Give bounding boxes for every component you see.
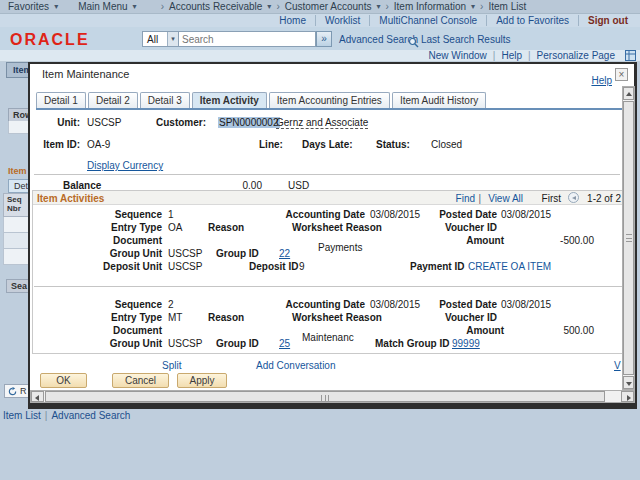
advanced-search-link[interactable]: Advanced Search xyxy=(339,34,418,45)
multichannel-console-link[interactable]: MultiChannel Console xyxy=(370,15,487,26)
dialog-title: Item Maintenance xyxy=(42,68,129,80)
page-actions-bar: New Window | Help | Personalize Page xyxy=(0,50,640,62)
search-scope-select[interactable]: All ▾ xyxy=(142,31,179,47)
group-id-label: Group ID xyxy=(216,248,259,259)
sequence-value: 2 xyxy=(168,299,174,310)
application-window: Favorites ▾ Main Menu ▾ › Accounts Recei… xyxy=(0,0,640,480)
entry-type-label: Entry Type xyxy=(70,222,162,233)
new-window-link[interactable]: New Window xyxy=(422,50,492,61)
breadcrumb-customer-accounts[interactable]: Customer Accounts xyxy=(285,1,372,12)
match-group-id-label: Match Group ID xyxy=(375,338,449,349)
posted-date-value: 03/08/2015 xyxy=(501,209,551,220)
favorites-menu[interactable]: Favorites xyxy=(8,1,49,12)
crumb-separator-icon: › xyxy=(385,1,388,12)
deposit-unit-label: Deposit Unit xyxy=(70,261,162,272)
pagination-prev-icon[interactable] xyxy=(568,192,579,203)
tab-item-activity[interactable]: Item Activity xyxy=(192,92,267,108)
sequence-label: Sequence xyxy=(70,209,162,220)
crumb-separator-icon: › xyxy=(276,1,279,12)
item-maintenance-dialog: Item Maintenance × Help Detail 1 Detail … xyxy=(28,62,637,409)
breadcrumb-item-information[interactable]: Item Information xyxy=(394,1,466,12)
home-link[interactable]: Home xyxy=(270,15,316,26)
crumb-separator-icon: › xyxy=(480,1,483,12)
divider xyxy=(34,286,623,287)
posted-date-label: Posted Date xyxy=(405,209,497,220)
posted-date-label: Posted Date xyxy=(405,299,497,310)
add-conversation-link[interactable]: Add Conversation xyxy=(256,360,336,371)
customer-name[interactable]: Gernz and Associate xyxy=(276,117,368,129)
voucher-id-label: Voucher ID xyxy=(405,222,497,233)
amount-label: Amount xyxy=(412,325,504,336)
unit-value: USCSP xyxy=(87,117,121,128)
item-id-value: OA-9 xyxy=(87,139,110,150)
help-link-dialog[interactable]: Help xyxy=(591,75,612,86)
last-search-results-link[interactable]: Last Search Results xyxy=(421,34,511,45)
tab-bar: Detail 1 Detail 2 Detail 3 Item Activity… xyxy=(36,92,622,110)
header-links-bar: Home Worklist MultiChannel Console Add t… xyxy=(0,14,640,27)
help-link[interactable]: Help xyxy=(495,50,528,61)
document-label: Document xyxy=(70,235,162,246)
divider: | xyxy=(45,410,48,421)
view-link-clipped[interactable]: V xyxy=(614,360,621,371)
match-group-id-link[interactable]: 99999 xyxy=(452,338,480,349)
tab-item-audit-history[interactable]: Item Audit History xyxy=(392,92,486,108)
scroll-down-icon[interactable] xyxy=(623,376,634,389)
status-value: Closed xyxy=(431,139,462,150)
deposit-id-label: Deposit ID xyxy=(249,261,298,272)
group-unit-label: Group Unit xyxy=(70,338,162,349)
entry-type-value: MT xyxy=(168,312,182,323)
main-menu[interactable]: Main Menu xyxy=(78,1,127,12)
breadcrumb-item-list[interactable]: Item List xyxy=(488,1,526,12)
breadcrumb: Favorites ▾ Main Menu ▾ › Accounts Recei… xyxy=(0,0,640,14)
group-unit-value: USCSP xyxy=(168,338,202,349)
pagination-range: 1-2 of 2 xyxy=(587,193,621,204)
document-label: Document xyxy=(70,325,162,336)
find-link[interactable]: Find xyxy=(456,193,475,204)
display-currency-link[interactable]: Display Currency xyxy=(87,160,163,171)
search-go-button[interactable]: » xyxy=(316,31,332,47)
vertical-scrollbar-thumb[interactable] xyxy=(623,101,634,375)
chevron-down-icon: ▾ xyxy=(133,2,137,11)
line-label: Line: xyxy=(259,139,283,150)
view-all-link[interactable]: View All xyxy=(488,193,523,204)
deposit-unit-value: USCSP xyxy=(168,261,202,272)
amount-label: Amount xyxy=(412,235,504,246)
divider xyxy=(34,174,620,175)
group-id-link[interactable]: 22 xyxy=(279,248,290,259)
background-footer-links: Item List | Advanced Search xyxy=(3,410,130,421)
search-input[interactable] xyxy=(179,31,316,47)
horizontal-scrollbar[interactable] xyxy=(30,390,635,403)
chevron-down-icon: ▾ xyxy=(471,2,475,11)
amount-value: -500.00 xyxy=(504,235,594,246)
personalize-page-link[interactable]: Personalize Page xyxy=(531,50,621,61)
tab-item-accounting-entries[interactable]: Item Accounting Entries xyxy=(269,92,390,108)
worklist-link[interactable]: Worklist xyxy=(316,15,370,26)
scroll-left-icon[interactable] xyxy=(31,391,44,402)
tab-detail-1[interactable]: Detail 1 xyxy=(36,92,86,108)
tab-detail-3[interactable]: Detail 3 xyxy=(140,92,190,108)
crumb-separator-icon: › xyxy=(161,1,164,12)
advanced-search-link-bottom[interactable]: Advanced Search xyxy=(51,410,130,421)
chevron-down-icon: ▾ xyxy=(267,2,271,11)
group-unit-label: Group Unit xyxy=(70,248,162,259)
close-icon[interactable]: × xyxy=(615,68,628,81)
create-oa-item-link[interactable]: CREATE OA ITEM xyxy=(468,261,551,272)
horizontal-scrollbar-thumb[interactable] xyxy=(45,391,605,402)
item-list-link[interactable]: Item List xyxy=(3,410,41,421)
group-id-link[interactable]: 25 xyxy=(279,338,290,349)
vertical-scrollbar[interactable] xyxy=(622,86,635,390)
chevron-down-icon: ▾ xyxy=(54,2,58,11)
scroll-up-icon[interactable] xyxy=(623,87,634,100)
status-label: Status: xyxy=(376,139,410,150)
sequence-value: 1 xyxy=(168,209,174,220)
sign-out-link[interactable]: Sign out xyxy=(579,15,630,26)
breadcrumb-accounts-receivable[interactable]: Accounts Receivable xyxy=(169,1,262,12)
add-to-favorites-link[interactable]: Add to Favorites xyxy=(487,15,579,26)
customer-id-field[interactable]: SPN0000002 xyxy=(218,117,280,128)
split-link[interactable]: Split xyxy=(162,360,181,371)
chevron-down-icon[interactable]: ▾ xyxy=(167,32,178,46)
pagination-first[interactable]: First xyxy=(542,193,561,204)
scroll-right-icon[interactable] xyxy=(621,391,634,402)
tab-detail-2[interactable]: Detail 2 xyxy=(88,92,138,108)
chevron-down-icon: ▾ xyxy=(376,2,380,11)
